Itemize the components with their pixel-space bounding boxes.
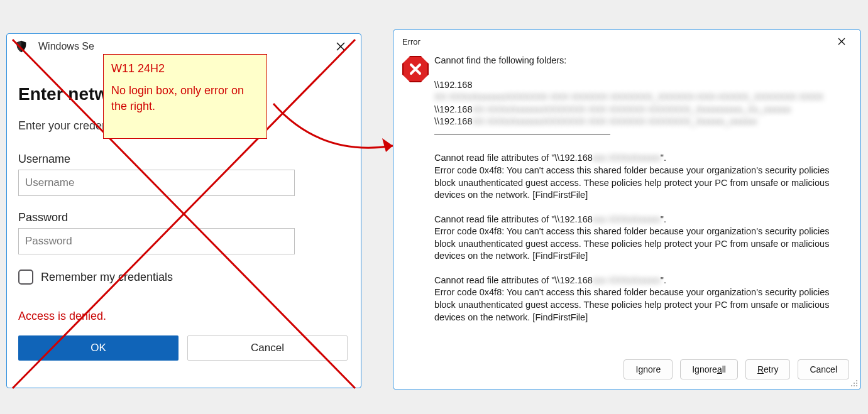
error-cancel-button[interactable]: Cancel bbox=[798, 359, 849, 379]
retry-button[interactable]: Retry bbox=[745, 359, 790, 379]
password-input[interactable]: Password bbox=[18, 228, 295, 254]
svg-point-3 bbox=[854, 383, 855, 384]
credential-window-title: Windows Se bbox=[38, 41, 94, 52]
error-attr-1: Cannot read file attributes of "\\192.16… bbox=[434, 152, 853, 165]
error-attr-3: Cannot read file attributes of "\\192.16… bbox=[434, 275, 853, 287]
annotation-note: W11 24H2 No login box, only error on the… bbox=[103, 54, 267, 139]
error-footer: Ignore Ignore all Retry Cancel bbox=[393, 349, 860, 389]
remember-label: Remember my credentials bbox=[41, 271, 173, 284]
error-dialog: Error Cannot find the following folders:… bbox=[393, 29, 861, 390]
remember-checkbox[interactable] bbox=[18, 270, 33, 285]
error-msg-3: Error code 0x4f8: You can't access this … bbox=[434, 286, 853, 324]
remember-row: Remember my credentials bbox=[18, 270, 348, 285]
error-intro: Cannot find the following folders: bbox=[434, 55, 853, 67]
error-close-button[interactable] bbox=[829, 31, 854, 52]
error-title: Error bbox=[402, 37, 420, 46]
ignore-button[interactable]: Ignore bbox=[624, 359, 673, 379]
access-denied-text: Access is denied. bbox=[18, 310, 348, 323]
svg-point-5 bbox=[851, 385, 852, 386]
error-icon-container bbox=[400, 53, 434, 349]
annotation-line2: No login box, only error on the right. bbox=[111, 83, 259, 114]
ignore-all-button[interactable]: Ignore all bbox=[680, 359, 738, 379]
close-icon bbox=[838, 38, 845, 45]
error-stop-icon bbox=[402, 56, 429, 82]
error-divider bbox=[434, 134, 610, 134]
error-msg-1: Error code 0x4f8: You can't access this … bbox=[434, 165, 853, 202]
close-icon bbox=[336, 42, 345, 51]
svg-point-6 bbox=[854, 385, 855, 386]
cancel-button[interactable]: Cancel bbox=[187, 335, 348, 361]
username-input[interactable]: Username bbox=[18, 170, 295, 196]
svg-point-2 bbox=[856, 380, 857, 381]
ok-button[interactable]: OK bbox=[18, 335, 179, 361]
error-attr-2: Cannot read file attributes of "\\192.16… bbox=[434, 214, 853, 226]
error-titlebar: Error bbox=[393, 30, 860, 53]
error-path-2: \\192.168XX XXXxXxxxxxxXXXXXXX XXX XXXXX… bbox=[434, 104, 853, 116]
password-label: Password bbox=[18, 211, 348, 224]
error-path-1: \\192.168XX XXXxXxxxxxxXXXXXXX XXX XXXXX… bbox=[434, 79, 853, 104]
resize-grip-icon[interactable] bbox=[850, 379, 859, 388]
error-body-text: Cannot find the following folders: \\192… bbox=[434, 53, 853, 349]
username-label: Username bbox=[18, 153, 348, 166]
error-path-3: \\192.168XX XXXxXxxxxxxXXXXXXX XXX XXXXX… bbox=[434, 116, 853, 128]
annotation-line1: W11 24H2 bbox=[111, 61, 259, 77]
svg-point-7 bbox=[856, 385, 857, 386]
close-button[interactable] bbox=[328, 34, 353, 59]
svg-point-4 bbox=[856, 383, 857, 384]
error-msg-2: Error code 0x4f8: You can't access this … bbox=[434, 226, 853, 263]
shield-icon bbox=[14, 40, 28, 53]
